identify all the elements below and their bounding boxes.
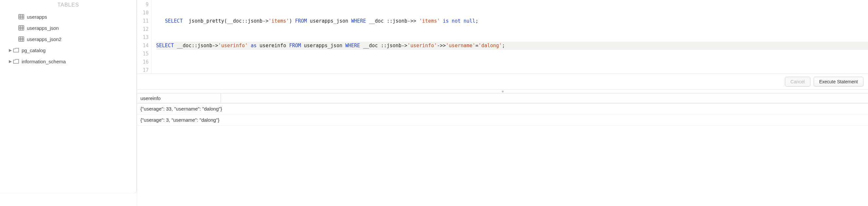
sidebar-item-label: information_schema: [22, 59, 66, 64]
editor-line[interactable]: [156, 33, 868, 42]
editor-line[interactable]: [156, 1, 868, 9]
svg-rect-5: [19, 26, 24, 30]
sql-editor[interactable]: 91011121314151617 SELECT jsonb_pretty(__…: [137, 0, 868, 74]
editor-gutter: 91011121314151617: [137, 0, 152, 74]
sidebar-item-table[interactable]: userapps_json2: [4, 33, 136, 45]
results-cell: {"userage": 3, "username": "dalong"}: [137, 114, 223, 125]
editor-code[interactable]: SELECT jsonb_pretty(__doc::jsonb->'items…: [152, 0, 868, 74]
results-header: usereinfo: [137, 94, 868, 103]
sidebar-item-table[interactable]: userapps: [4, 11, 136, 22]
editor-line[interactable]: [156, 66, 868, 74]
folder-icon: [13, 48, 19, 52]
sidebar-item-label: userapps_json2: [27, 36, 62, 42]
results-body: {"userage": 33, "username": "dalong"}{"u…: [137, 103, 868, 126]
editor-line[interactable]: [156, 50, 868, 58]
cancel-button: Cancel: [785, 77, 810, 86]
sidebar-item-label: userapps_json: [27, 25, 59, 31]
results-row[interactable]: {"userage": 33, "username": "dalong"}: [137, 103, 868, 114]
results-column-header[interactable]: usereinfo: [137, 94, 221, 103]
chevron-right-icon: ▶: [8, 59, 12, 63]
svg-rect-10: [19, 37, 24, 41]
table-icon: [18, 25, 24, 30]
chevron-right-icon: ▶: [8, 48, 12, 52]
sidebar-tree: userappsuserapps_jsonuserapps_json2▶pg_c…: [0, 11, 136, 67]
table-icon: [18, 36, 24, 42]
sidebar-item-label: pg_catalog: [22, 48, 45, 53]
sidebar-item-table[interactable]: userapps_json: [4, 22, 136, 33]
svg-marker-16: [13, 59, 19, 63]
execute-statement-button[interactable]: Execute Statement: [814, 77, 863, 86]
sidebar-header: TABLES: [0, 0, 136, 11]
results-row[interactable]: {"userage": 3, "username": "dalong"}: [137, 114, 868, 126]
sidebar-item-label: userapps: [27, 14, 47, 20]
editor-line[interactable]: SELECT __doc::jsonb->'userinfo' as usere…: [156, 42, 868, 50]
table-icon: [18, 14, 24, 19]
editor-line[interactable]: SELECT jsonb_pretty(__doc::jsonb->'items…: [156, 17, 868, 25]
sidebar: TABLES userappsuserapps_jsonuserapps_jso…: [0, 0, 137, 193]
editor-line[interactable]: [156, 25, 868, 33]
editor-line[interactable]: [156, 58, 868, 66]
svg-rect-0: [19, 15, 24, 19]
grip-dot-icon: [502, 91, 504, 93]
sidebar-item-schema[interactable]: ▶information_schema: [4, 56, 136, 67]
main-panel: 91011121314151617 SELECT jsonb_pretty(__…: [137, 0, 868, 206]
sidebar-item-schema[interactable]: ▶pg_catalog: [4, 45, 136, 56]
app-root: TABLES userappsuserapps_jsonuserapps_jso…: [0, 0, 868, 206]
pane-resize-handle[interactable]: [137, 89, 868, 94]
results-cell: {"userage": 33, "username": "dalong"}: [137, 103, 225, 114]
svg-marker-15: [13, 48, 19, 52]
editor-line[interactable]: [156, 9, 868, 17]
editor-actions: Cancel Execute Statement: [137, 74, 868, 89]
results-column-spacer: [221, 94, 868, 103]
results-panel: usereinfo {"userage": 33, "username": "d…: [137, 94, 868, 206]
folder-icon: [13, 59, 19, 63]
